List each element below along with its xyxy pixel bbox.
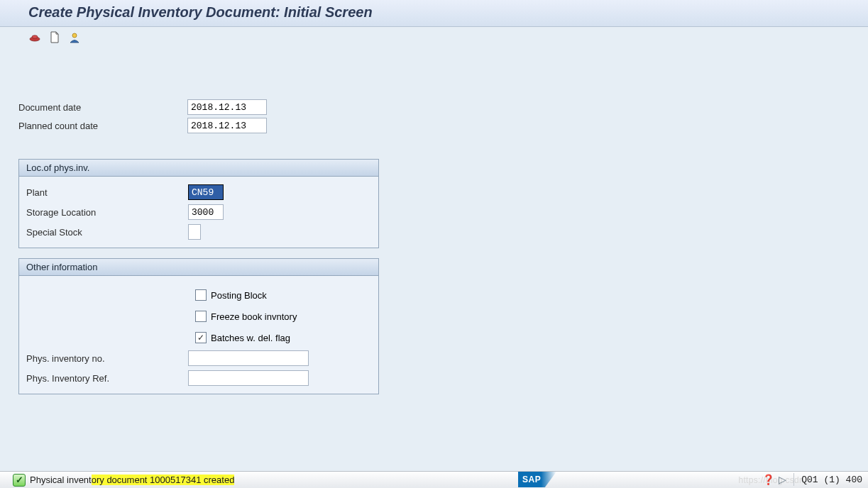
freeze-row: Freeze book invntory bbox=[26, 306, 378, 327]
posting-block-checkbox[interactable] bbox=[195, 289, 207, 301]
svg-point-2 bbox=[72, 33, 77, 38]
posting-block-row: Posting Block bbox=[26, 284, 378, 306]
phys-inv-no-input[interactable] bbox=[188, 350, 309, 366]
title-bar: Create Physical Inventory Document: Init… bbox=[0, 0, 868, 27]
other-group-body: Posting Block Freeze book invntory ✓ Bat… bbox=[19, 276, 378, 394]
svg-point-1 bbox=[32, 35, 38, 38]
person-icon[interactable] bbox=[68, 31, 81, 44]
freeze-checkbox[interactable] bbox=[195, 311, 207, 322]
planned-count-date-label: Planned count date bbox=[18, 121, 187, 131]
phys-inv-no-row: Phys. inventory no. bbox=[26, 348, 378, 368]
storage-location-label: Storage Location bbox=[26, 207, 188, 218]
phys-inv-ref-input[interactable] bbox=[188, 370, 309, 386]
document-date-row: Document date bbox=[18, 99, 868, 115]
special-stock-label: Special Stock bbox=[26, 227, 188, 238]
session-info: Q01 (1) 400 bbox=[801, 475, 862, 485]
posting-block-label: Posting Block bbox=[211, 290, 267, 301]
loc-group-body: Plant Storage Location Special Stock bbox=[19, 177, 378, 248]
sap-logo: SAP bbox=[518, 472, 556, 487]
content-area: Document date Planned count date Loc.of … bbox=[0, 50, 868, 394]
loc-group: Loc.of phys.inv. Plant Storage Location … bbox=[18, 159, 379, 248]
document-icon[interactable] bbox=[48, 31, 61, 44]
special-stock-input[interactable] bbox=[188, 224, 201, 240]
status-right: ❓ ▷ Q01 (1) 400 bbox=[762, 471, 862, 488]
planned-count-date-input[interactable] bbox=[187, 118, 267, 133]
status-message-highlight: ory document 1000517341 created bbox=[92, 475, 235, 485]
status-message: Physical inventory document 1000517341 c… bbox=[30, 475, 234, 485]
page-title: Create Physical Inventory Document: Init… bbox=[28, 4, 373, 20]
status-separator bbox=[793, 473, 794, 486]
plant-input[interactable] bbox=[188, 184, 224, 200]
status-message-pre: Physical invent bbox=[30, 475, 92, 485]
storage-location-input[interactable] bbox=[188, 204, 224, 220]
help-icon[interactable]: ❓ bbox=[762, 474, 774, 485]
idle-icon[interactable]: ▷ bbox=[779, 474, 786, 485]
batches-row: ✓ Batches w. del. flag bbox=[26, 327, 378, 348]
toolbar bbox=[0, 27, 868, 50]
other-group-header: Other information bbox=[19, 259, 378, 276]
document-date-label: Document date bbox=[18, 102, 187, 113]
phys-inv-ref-label: Phys. Inventory Ref. bbox=[26, 373, 188, 384]
planned-count-date-row: Planned count date bbox=[18, 118, 868, 133]
storage-location-row: Storage Location bbox=[26, 202, 378, 222]
batches-label: Batches w. del. flag bbox=[211, 333, 290, 343]
success-icon: ✓ bbox=[13, 474, 26, 487]
plant-row: Plant bbox=[26, 182, 378, 202]
document-date-input[interactable] bbox=[187, 99, 267, 115]
hat-icon[interactable] bbox=[28, 31, 41, 44]
phys-inv-ref-row: Phys. Inventory Ref. bbox=[26, 368, 378, 388]
other-group: Other information Posting Block Freeze b… bbox=[18, 258, 379, 394]
special-stock-row: Special Stock bbox=[26, 222, 378, 242]
status-bar: ✓ Physical inventory document 1000517341… bbox=[0, 471, 868, 488]
batches-checkbox[interactable]: ✓ bbox=[195, 332, 207, 343]
phys-inv-no-label: Phys. inventory no. bbox=[26, 353, 188, 364]
loc-group-header: Loc.of phys.inv. bbox=[19, 160, 378, 177]
plant-label: Plant bbox=[26, 187, 188, 198]
freeze-label: Freeze book invntory bbox=[211, 311, 297, 322]
